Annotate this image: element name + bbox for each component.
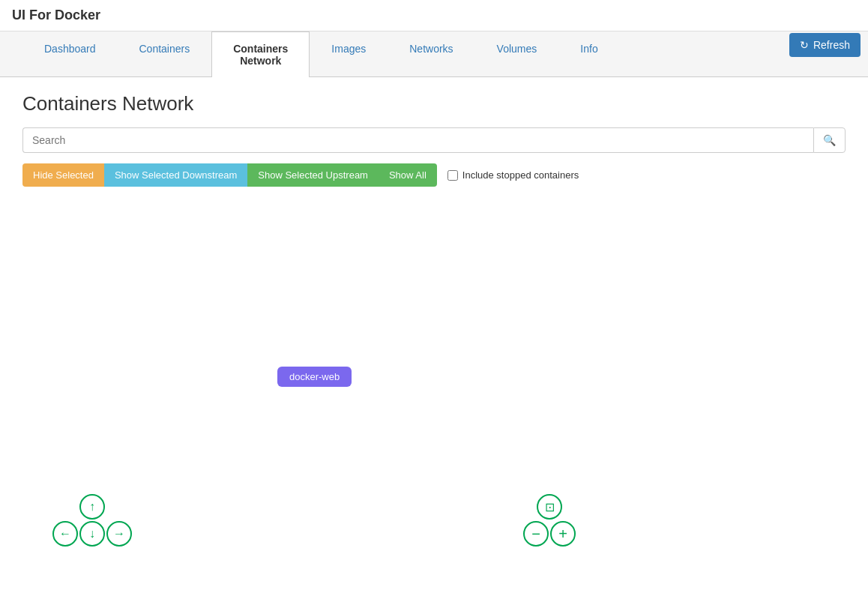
zoom-in-button[interactable]: + [550,521,576,547]
main-content: Containers Network 🔍 Hide Selected Show … [0,77,868,577]
action-row: Hide Selected Show Selected Downstream S… [22,163,846,187]
tab-containers-network[interactable]: ContainersNetwork [211,31,310,77]
fit-icon: ⊡ [545,500,555,514]
zoom-row: − + [523,521,576,547]
refresh-icon: ↻ [800,39,809,51]
tab-containers[interactable]: Containers [118,31,212,76]
include-stopped-label[interactable]: Include stopped containers [447,169,579,181]
show-downstream-button[interactable]: Show Selected Downstream [104,163,247,187]
tab-volumes[interactable]: Volumes [475,31,559,76]
search-input[interactable] [22,127,813,153]
tab-info[interactable]: Info [558,31,619,76]
include-stopped-checkbox[interactable] [447,170,458,181]
page-title: Containers Network [22,92,846,115]
network-canvas[interactable]: docker-web ↑ ← ↓ → ⊡ − + [22,202,846,562]
search-row: 🔍 [22,127,846,153]
tab-dashboard[interactable]: Dashboard [22,31,118,76]
nav-controls: ↑ ← ↓ → [52,494,132,547]
show-all-button[interactable]: Show All [379,163,437,187]
nav-left-button[interactable]: ← [52,521,78,547]
nav-middle-row: ← ↓ → [52,521,132,547]
nav-up-row: ↑ [79,494,105,520]
search-button[interactable]: 🔍 [813,127,846,153]
show-upstream-button[interactable]: Show Selected Upstream [247,163,379,187]
zoom-out-icon: − [531,526,540,543]
refresh-button[interactable]: ↻ Refresh [789,33,861,57]
tab-networks[interactable]: Networks [388,31,474,76]
zoom-fit-button[interactable]: ⊡ [537,494,562,520]
nav-tabs: Dashboard Containers ContainersNetwork I… [0,31,868,77]
zoom-controls: ⊡ − + [523,494,576,547]
nav-up-button[interactable]: ↑ [79,494,105,520]
nav-down-button[interactable]: ↓ [79,521,105,547]
nav-right-button[interactable]: → [106,521,132,547]
app-title: UI For Docker [0,0,868,31]
hide-selected-button[interactable]: Hide Selected [22,163,104,187]
zoom-in-icon: + [558,526,567,543]
tab-images[interactable]: Images [310,31,388,76]
container-node-docker-web[interactable]: docker-web [277,367,352,387]
search-icon: 🔍 [823,134,836,146]
zoom-out-button[interactable]: − [523,521,549,547]
